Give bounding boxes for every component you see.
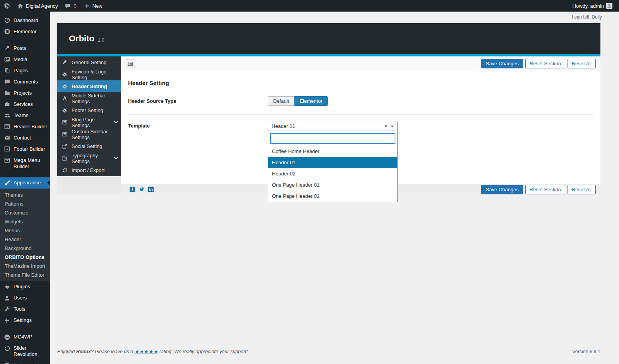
tab-footer-setting[interactable]: Footer Setting xyxy=(57,104,121,116)
redux-credit: Enjoyed Redux? Please leave us a ★★★★★ r… xyxy=(57,349,248,354)
site-name-menu[interactable]: Digital Agency xyxy=(14,0,61,12)
submenu-item-header[interactable]: Header xyxy=(0,235,50,244)
sidebar-item-teams[interactable]: Teams xyxy=(0,110,50,121)
tab-typography-settings[interactable]: Typography Settings xyxy=(57,152,121,164)
sidebar-item-media[interactable]: Media xyxy=(0,54,50,65)
template-search-input[interactable] xyxy=(270,133,395,144)
template-option-header-01[interactable]: Header 01 xyxy=(268,157,397,168)
envelope-icon xyxy=(4,134,10,141)
sidebar-item-label: Contact xyxy=(14,134,31,141)
panel-body: General SettingFavicon & Logo SettingHea… xyxy=(57,56,600,194)
sidebar-item-header-builder[interactable]: Header Builder xyxy=(0,121,50,132)
theme-options-panel: Orbito 1.0 General SettingFavicon & Logo… xyxy=(57,23,600,194)
reset-all-button-bottom[interactable]: Reset All xyxy=(568,185,596,194)
sidebar-item-dashboard[interactable]: Dashboard xyxy=(0,15,50,26)
new-content-menu[interactable]: New xyxy=(80,0,106,12)
template-select[interactable]: Header 01 × xyxy=(268,121,398,131)
sidebar-item-label: Comments xyxy=(14,78,38,85)
sidebar-item-appearance[interactable]: Appearance xyxy=(0,177,50,189)
brush-icon xyxy=(4,180,10,186)
site-name: Digital Agency xyxy=(26,3,58,9)
tab-general-setting[interactable]: General Setting xyxy=(57,56,121,68)
options-content: Header Setting Header Source Type Defaul… xyxy=(121,71,600,184)
tab-custom-sidebar-settings[interactable]: Custom Sidebar Settings xyxy=(57,128,121,140)
mc4wp-icon xyxy=(4,334,10,340)
submenu-item-orbito-options[interactable]: ORBITO Options xyxy=(0,253,50,262)
tab-favicon-logo-setting[interactable]: Favicon & Logo Setting xyxy=(57,68,121,80)
sidebar-item-label: Pages xyxy=(14,67,28,74)
sidebar-item-posts[interactable]: Posts xyxy=(0,43,50,54)
clear-selection-icon[interactable]: × xyxy=(385,123,387,129)
submenu-item-themes[interactable]: Themes xyxy=(0,191,50,199)
sidebar-item-settings[interactable]: Settings xyxy=(0,315,50,326)
sidebar-item-mc4wp[interactable]: MC4WP xyxy=(0,332,50,343)
field-label-template: Template xyxy=(128,121,268,129)
tab-blog-page-settings[interactable]: Blog Page Settings xyxy=(57,116,121,128)
submenu-item-theme-file-editor[interactable]: Theme File Editor xyxy=(0,270,50,279)
tab-header-setting[interactable]: Header Setting xyxy=(57,80,121,92)
template-option-one-page-header-02[interactable]: One Page Header 02 xyxy=(268,191,397,202)
list-icon xyxy=(62,131,68,137)
source-option-elementor[interactable]: Elementor xyxy=(294,96,328,106)
tab-mobile-sidebar-settings[interactable]: Mobile Sidebar Settings xyxy=(57,92,121,104)
comment-icon xyxy=(4,78,10,85)
sidebar-item-tools[interactable]: Tools xyxy=(0,304,50,315)
template-option-header-02[interactable]: Header 02 xyxy=(268,168,397,179)
source-option-default[interactable]: Default xyxy=(268,96,294,106)
pages-icon xyxy=(4,67,10,74)
home-icon xyxy=(17,3,24,9)
credit-text-pre: Enjoyed xyxy=(57,349,76,354)
gear-icon xyxy=(62,83,68,89)
tab-label: Header Setting xyxy=(72,83,107,89)
sidebar-item-comments[interactable]: Comments xyxy=(0,76,50,87)
field-header-source-type: Header Source Type DefaultElementor xyxy=(128,92,593,115)
save-changes-button-bottom[interactable]: Save Changes xyxy=(481,185,523,194)
wp-logo-menu[interactable] xyxy=(0,0,14,12)
template-option-coffee-home-header[interactable]: Coffee Home Header xyxy=(268,146,397,157)
submenu-item-background[interactable]: Background xyxy=(0,244,50,253)
facebook-icon[interactable] xyxy=(130,187,135,192)
credit-text-post: rating. We really appreciate your suppor… xyxy=(158,349,248,354)
submenu-item-widgets[interactable]: Widgets xyxy=(0,217,50,226)
tab-social-setting[interactable]: Social Setting xyxy=(57,140,121,152)
header-source-buttonset: DefaultElementor xyxy=(268,96,328,106)
sidebar-item-collapse-menu[interactable]: Collapse Menu xyxy=(0,360,50,364)
sidebar-item-plugins[interactable]: Plugins xyxy=(0,281,50,293)
reset-section-button-bottom[interactable]: Reset Section xyxy=(525,185,565,194)
save-changes-button-top[interactable]: Save Changes xyxy=(481,59,523,68)
sidebar-item-contact[interactable]: Contact xyxy=(0,132,50,143)
linkedin-icon[interactable] xyxy=(148,187,154,192)
plus-icon xyxy=(84,3,90,9)
sidebar-item-elementor[interactable]: Elementor xyxy=(0,26,50,37)
sidebar-item-footer-builder[interactable]: Footer Builder xyxy=(0,143,50,155)
credit-text-mid: ? Please leave us a xyxy=(91,349,135,354)
sidebar-item-services[interactable]: Services xyxy=(0,99,50,110)
sidebar-item-label: Dashboard xyxy=(14,17,38,24)
tab-label: Mobile Sidebar Settings xyxy=(72,93,117,104)
template-option-one-page-header-01[interactable]: One Page Header 01 xyxy=(268,179,397,191)
reset-section-button-top[interactable]: Reset Section xyxy=(525,59,565,68)
sidebar-item-projects[interactable]: Projects xyxy=(0,87,50,99)
sidebar-item-label: Collapse Menu xyxy=(14,362,47,364)
submenu-item-menus[interactable]: Menus xyxy=(0,226,50,235)
rating-stars-link[interactable]: ★★★★★ xyxy=(134,349,158,354)
sidebar-item-pages[interactable]: Pages xyxy=(0,65,50,76)
my-account-menu[interactable]: Howdy, admin xyxy=(569,0,616,12)
reset-all-button-top[interactable]: Reset All xyxy=(568,59,596,68)
sidebar-item-slider-revolution[interactable]: Slider Revolution xyxy=(0,343,50,360)
submenu-item-themazine-import[interactable]: TheMazine Import xyxy=(0,262,50,270)
new-label: New xyxy=(92,3,103,9)
version-text: Version 6.9.1 xyxy=(572,349,600,354)
twitter-icon[interactable] xyxy=(139,187,144,192)
sidebar-item-mega-menu-builder[interactable]: Mega Menu Builder xyxy=(0,155,50,172)
submenu-item-customize[interactable]: Customize xyxy=(0,208,50,217)
comments-menu[interactable]: 0 xyxy=(61,0,80,12)
template-selected-value: Header 01 xyxy=(272,123,295,129)
expand-options-button[interactable] xyxy=(126,59,135,68)
sidebar-item-label: Header Builder xyxy=(14,123,47,130)
tab-import-export[interactable]: Import / Export xyxy=(57,164,121,176)
sidebar-item-users[interactable]: Users xyxy=(0,293,50,304)
gear-icon xyxy=(62,107,68,113)
submenu-item-patterns[interactable]: Patterns xyxy=(0,199,50,208)
tab-label: Custom Sidebar Settings xyxy=(72,129,117,140)
